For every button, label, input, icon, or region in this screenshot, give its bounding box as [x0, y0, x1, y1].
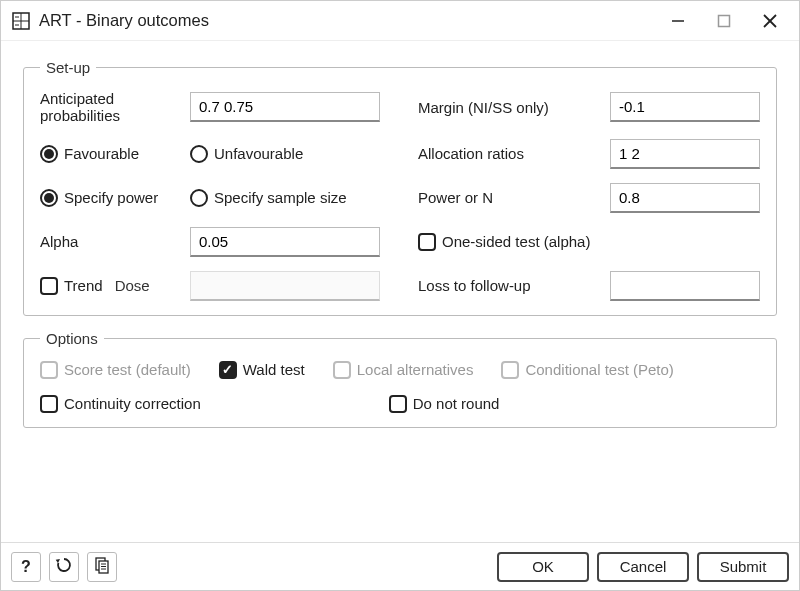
local-alternatives-checkbox[interactable]: Local alternatives [333, 361, 474, 379]
allocation-ratios-input[interactable] [610, 139, 760, 169]
margin-input[interactable] [610, 92, 760, 122]
loss-followup-input[interactable] [610, 271, 760, 301]
submit-label: Submit [720, 558, 767, 575]
unfavourable-label: Unfavourable [214, 145, 303, 162]
specify-sample-size-label: Specify sample size [214, 189, 347, 206]
options-group: Options Score test (default) Wald test L… [23, 330, 777, 428]
allocation-ratios-label: Allocation ratios [410, 145, 600, 162]
trend-checkbox[interactable]: Trend [40, 277, 103, 295]
continuity-correction-label: Continuity correction [64, 395, 201, 412]
anticipated-prob-input[interactable] [190, 92, 380, 122]
wald-test-checkbox[interactable]: Wald test [219, 361, 305, 379]
conditional-test-checkbox[interactable]: Conditional test (Peto) [501, 361, 673, 379]
reset-icon [55, 556, 73, 578]
copy-icon [93, 556, 111, 578]
radio-icon [190, 145, 208, 163]
checkbox-icon [40, 277, 58, 295]
power-or-n-input[interactable] [610, 183, 760, 213]
local-alternatives-label: Local alternatives [357, 361, 474, 378]
svg-marker-9 [56, 559, 60, 563]
reset-button[interactable] [49, 552, 79, 582]
dialog-footer: ? OK Cancel Submi [1, 542, 799, 590]
help-icon: ? [21, 558, 31, 576]
margin-label: Margin (NI/SS only) [410, 99, 600, 116]
radio-icon [190, 189, 208, 207]
setup-group: Set-up Anticipated probabilities Margin … [23, 59, 777, 316]
favourable-label: Favourable [64, 145, 139, 162]
window-title: ART - Binary outcomes [39, 11, 209, 30]
score-test-label: Score test (default) [64, 361, 191, 378]
one-sided-label: One-sided test (alpha) [442, 233, 590, 250]
titlebar: ART - Binary outcomes [1, 1, 799, 41]
one-sided-checkbox[interactable]: One-sided test (alpha) [410, 233, 760, 251]
cancel-label: Cancel [620, 558, 667, 575]
loss-followup-label: Loss to follow-up [410, 277, 600, 294]
unfavourable-radio[interactable]: Unfavourable [190, 145, 380, 163]
close-button[interactable] [747, 2, 793, 40]
do-not-round-label: Do not round [413, 395, 500, 412]
radio-selected-icon [40, 189, 58, 207]
dialog-content: Set-up Anticipated probabilities Margin … [1, 41, 799, 542]
checkbox-icon [418, 233, 436, 251]
specify-power-radio[interactable]: Specify power [40, 189, 180, 207]
cancel-button[interactable]: Cancel [597, 552, 689, 582]
app-icon [11, 11, 31, 31]
alpha-input[interactable] [190, 227, 380, 257]
anticipated-prob-label: Anticipated probabilities [40, 90, 180, 125]
ok-button[interactable]: OK [497, 552, 589, 582]
dose-label: Dose [115, 277, 150, 294]
options-legend: Options [40, 330, 104, 347]
minimize-button[interactable] [655, 2, 701, 40]
dose-input[interactable] [190, 271, 380, 301]
checkbox-checked-icon [219, 361, 237, 379]
maximize-button[interactable] [701, 2, 747, 40]
checkbox-icon [333, 361, 351, 379]
checkbox-icon [40, 395, 58, 413]
dialog-window: ART - Binary outcomes Set-up Anticipated… [0, 0, 800, 591]
wald-test-label: Wald test [243, 361, 305, 378]
power-or-n-label: Power or N [410, 189, 600, 206]
specify-sample-size-radio[interactable]: Specify sample size [190, 189, 400, 207]
submit-button[interactable]: Submit [697, 552, 789, 582]
checkbox-icon [389, 395, 407, 413]
alpha-label: Alpha [40, 233, 180, 250]
ok-label: OK [532, 558, 554, 575]
copy-button[interactable] [87, 552, 117, 582]
checkbox-icon [501, 361, 519, 379]
trend-label: Trend [64, 277, 103, 294]
help-button[interactable]: ? [11, 552, 41, 582]
do-not-round-checkbox[interactable]: Do not round [389, 395, 500, 413]
favourable-radio[interactable]: Favourable [40, 145, 180, 163]
specify-power-label: Specify power [64, 189, 158, 206]
conditional-test-label: Conditional test (Peto) [525, 361, 673, 378]
svg-rect-6 [719, 15, 730, 26]
continuity-correction-checkbox[interactable]: Continuity correction [40, 395, 201, 413]
radio-selected-icon [40, 145, 58, 163]
checkbox-icon [40, 361, 58, 379]
setup-legend: Set-up [40, 59, 96, 76]
score-test-checkbox[interactable]: Score test (default) [40, 361, 191, 379]
